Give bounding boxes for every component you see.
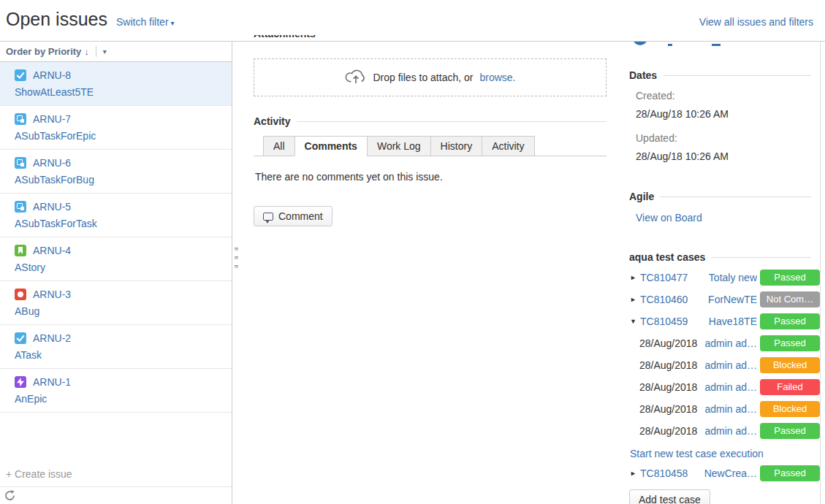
order-menu-chevron-down-icon[interactable]: ▾ — [103, 47, 107, 56]
issue-list-item[interactable]: ARNU-1 AnEpic — [0, 369, 232, 413]
status-badge[interactable]: Failed — [760, 379, 820, 395]
execution-user-link[interactable]: admin ad… — [703, 359, 757, 371]
right-scrollbar-track[interactable] — [820, 42, 821, 504]
divider — [96, 46, 96, 57]
refresh-icon[interactable] — [4, 490, 15, 503]
attachment-dropzone[interactable]: Drop files to attach, or browse. — [254, 58, 607, 96]
test-case-name-link[interactable]: NewCrea… — [703, 467, 757, 479]
execution-user-link[interactable]: admin ad… — [703, 381, 757, 393]
issue-type-icon — [15, 289, 26, 300]
issue-summary-link[interactable]: ASubTaskForEpic — [15, 130, 226, 142]
order-by-button[interactable]: Order by Priority ↓ — [6, 46, 89, 57]
issue-list-item[interactable]: ARNU-7 ASubTaskForEpic — [0, 106, 232, 150]
switch-filter-link[interactable]: Switch filter▾ — [116, 16, 175, 28]
issue-key-link[interactable]: ARNU-8 — [33, 69, 71, 81]
issue-type-icon — [15, 376, 26, 388]
status-badge[interactable]: Passed — [760, 465, 820, 481]
create-issue-button[interactable]: + Create issue — [6, 468, 72, 480]
tab-work-log[interactable]: Work Log — [367, 136, 431, 156]
panel-resize-grip-icon[interactable] — [235, 248, 238, 268]
status-badge[interactable]: Passed — [760, 270, 820, 286]
status-badge[interactable]: Passed — [760, 423, 820, 439]
status-badge[interactable]: Blocked — [760, 401, 820, 417]
avatar — [633, 42, 647, 45]
issue-type-icon — [15, 113, 26, 125]
issue-key-link[interactable]: ARNU-1 — [33, 376, 71, 388]
header-divider — [0, 41, 825, 42]
issue-type-icon — [15, 245, 26, 256]
issue-type-icon — [15, 201, 26, 213]
test-execution-row: 28/Aug/2018 admin ad… Blocked — [629, 354, 820, 376]
created-label: Created: — [629, 90, 820, 102]
test-cases-heading: aqua test cases — [629, 251, 705, 263]
comment-bubble-icon — [263, 213, 273, 221]
issue-key-link[interactable]: ARNU-5 — [33, 201, 71, 213]
agile-heading: Agile — [629, 191, 654, 202]
status-badge[interactable]: Passed — [760, 313, 820, 329]
test-case-name-link[interactable]: Totaly new — [703, 272, 757, 283]
execution-user-link[interactable]: admin ad… — [703, 403, 757, 415]
status-badge[interactable]: Passed — [760, 335, 820, 351]
test-case-name-link[interactable]: ForNewTE — [703, 294, 757, 305]
dates-section-heading: Dates — [629, 69, 811, 81]
people-row-clipped — [629, 42, 820, 46]
tab-comments[interactable]: Comments — [294, 136, 368, 156]
issue-list-item[interactable]: ARNU-4 AStory — [0, 237, 232, 281]
issue-list-item[interactable]: ARNU-3 ABug — [0, 281, 232, 325]
test-case-id-link[interactable]: TC810458 — [640, 467, 688, 479]
agile-section-heading: Agile — [629, 191, 811, 202]
test-case-name-link[interactable]: Have18TE — [703, 316, 757, 327]
test-case-row: ►TC810460 ForNewTE Not Com… — [629, 289, 820, 310]
issue-key-link[interactable]: ARNU-7 — [33, 113, 71, 125]
issue-list-item[interactable]: ARNU-6 ASubTaskForBug — [0, 150, 232, 194]
issue-summary-link[interactable]: AStory — [15, 261, 226, 273]
issue-summary-link[interactable]: AnEpic — [15, 393, 226, 405]
issue-summary-link[interactable]: ASubTaskForBug — [15, 174, 226, 186]
test-case-id-link[interactable]: TC810459 — [640, 316, 688, 327]
tab-history[interactable]: History — [430, 136, 483, 156]
comment-button[interactable]: Comment — [254, 206, 332, 226]
attachments-section-clipped: Attachments — [254, 35, 607, 41]
test-case-list: ►TC810477 Totaly new Passed ►TC810460 Fo… — [629, 267, 820, 442]
start-test-execution-link[interactable]: Start new test case execution — [630, 448, 820, 459]
expand-collapse-icon[interactable]: ▼ — [630, 318, 640, 325]
issue-list: ARNU-8 ShowAtLeast5TE ARNU-7 ASubTaskFor… — [0, 62, 232, 413]
view-on-board-link[interactable]: View on Board — [629, 212, 820, 224]
issue-type-icon — [15, 157, 26, 169]
tab-activity[interactable]: Activity — [482, 136, 534, 156]
browse-link[interactable]: browse. — [479, 72, 515, 83]
issue-detail-main: Drop files to attach, or browse. Activit… — [254, 42, 607, 504]
status-badge[interactable]: Not Com… — [760, 291, 820, 308]
execution-date: 28/Aug/2018 — [639, 403, 697, 415]
issue-key-link[interactable]: ARNU-2 — [33, 332, 71, 344]
issue-key-link[interactable]: ARNU-3 — [33, 289, 71, 300]
test-case-row: ►TC810458 NewCrea… Passed — [629, 462, 820, 484]
test-case-id-link[interactable]: TC810477 — [640, 272, 688, 283]
issue-list-item[interactable]: ARNU-8 ShowAtLeast5TE — [0, 62, 232, 106]
dates-heading: Dates — [629, 69, 657, 81]
expand-collapse-icon[interactable]: ► — [630, 470, 640, 477]
view-all-issues-link[interactable]: View all issues and filters — [699, 16, 813, 28]
issue-summary-link[interactable]: ShowAtLeast5TE — [15, 86, 226, 98]
tab-all[interactable]: All — [263, 136, 295, 156]
execution-user-link[interactable]: admin ad… — [703, 337, 757, 349]
test-execution-row: 28/Aug/2018 admin ad… Passed — [629, 420, 820, 442]
expand-collapse-icon[interactable]: ► — [630, 274, 640, 281]
expand-collapse-icon[interactable]: ► — [630, 296, 640, 303]
issue-key-link[interactable]: ARNU-6 — [33, 157, 71, 169]
issue-type-icon — [15, 332, 26, 344]
issue-summary-link[interactable]: ASubTaskForTask — [15, 218, 226, 229]
execution-date: 28/Aug/2018 — [639, 359, 697, 371]
execution-user-link[interactable]: admin ad… — [703, 425, 757, 437]
status-badge[interactable]: Blocked — [760, 357, 820, 373]
add-test-case-button[interactable]: Add test case — [629, 489, 710, 504]
issue-list-item[interactable]: ARNU-5 ASubTaskForTask — [0, 194, 232, 237]
issue-summary-link[interactable]: ATask — [15, 349, 226, 361]
sort-arrow-down-icon: ↓ — [84, 46, 89, 57]
issue-list-item[interactable]: ARNU-2 ATask — [0, 325, 232, 369]
divider — [0, 486, 232, 487]
upload-cloud-icon — [345, 69, 367, 87]
issue-key-link[interactable]: ARNU-4 — [33, 245, 71, 256]
issue-summary-link[interactable]: ABug — [15, 305, 226, 317]
test-case-id-link[interactable]: TC810460 — [640, 294, 688, 305]
